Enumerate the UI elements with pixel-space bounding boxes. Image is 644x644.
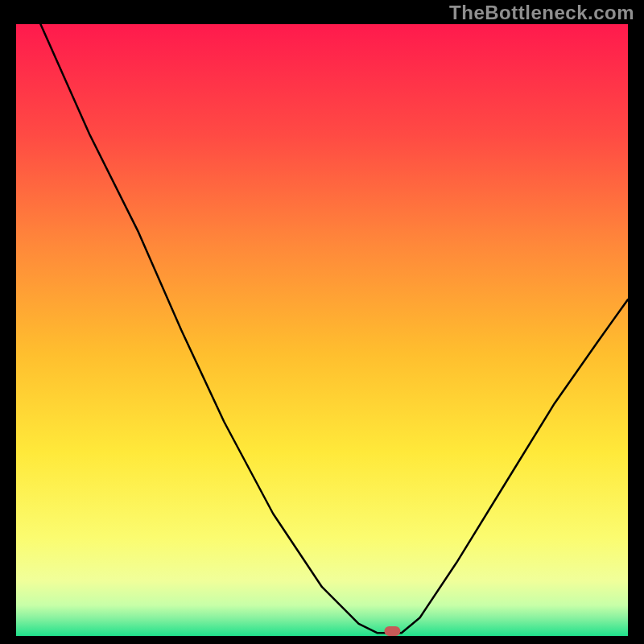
watermark-text: TheBottleneck.com (449, 2, 634, 24)
optimum-marker (384, 626, 400, 636)
gradient-background (16, 24, 628, 636)
bottleneck-chart (16, 24, 628, 636)
chart-frame: TheBottleneck.com (0, 0, 644, 644)
